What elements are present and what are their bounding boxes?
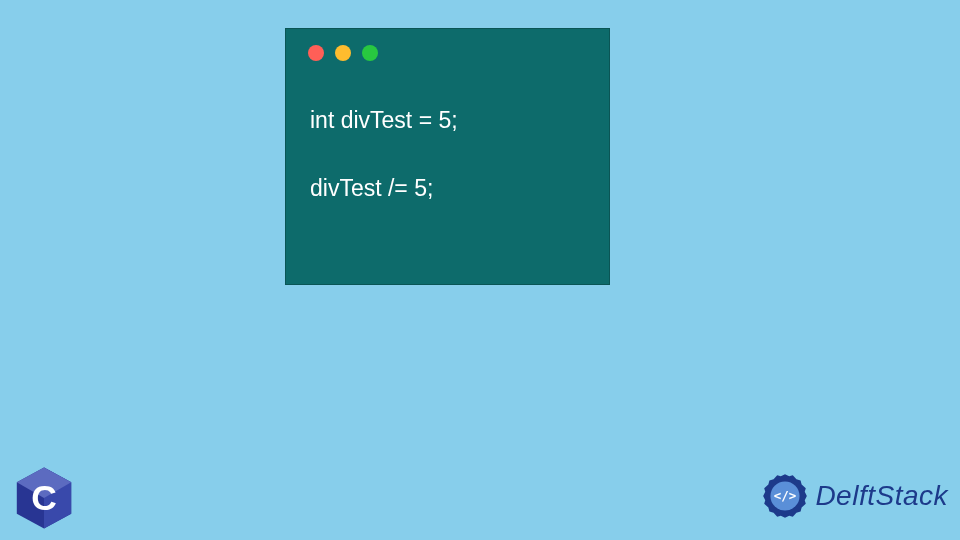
svg-text:</>: </> xyxy=(774,488,797,503)
close-icon xyxy=(308,45,324,61)
delftstack-logo: </> DelftStack xyxy=(759,470,948,522)
code-line-1: int divTest = 5; xyxy=(310,104,589,136)
delftstack-gear-icon: </> xyxy=(759,470,811,522)
c-language-logo-icon: C xyxy=(10,464,78,532)
code-window: int divTest = 5; divTest /= 5; xyxy=(285,28,610,285)
code-line-2: divTest /= 5; xyxy=(310,172,589,204)
code-content: int divTest = 5; divTest /= 5; xyxy=(310,104,589,240)
window-traffic-lights xyxy=(308,45,378,61)
hexagon-c-icon: C xyxy=(10,464,78,532)
maximize-icon xyxy=(362,45,378,61)
minimize-icon xyxy=(335,45,351,61)
svg-text:C: C xyxy=(31,478,57,517)
brand-name: DelftStack xyxy=(815,480,948,512)
